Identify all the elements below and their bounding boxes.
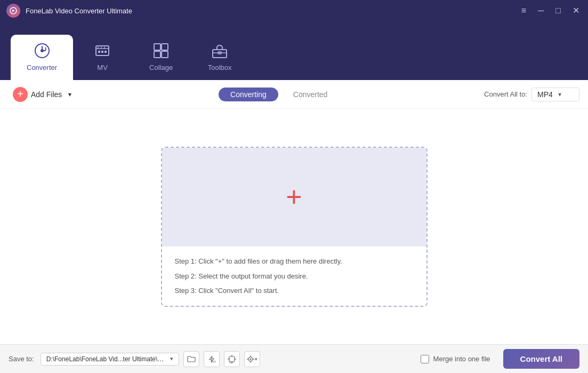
merge-checkbox-group: Merge into one file <box>421 355 490 363</box>
app-logo <box>6 4 20 18</box>
hardware-accel-button[interactable]: OFF <box>204 351 220 367</box>
settings-button[interactable]: OFF <box>224 351 240 367</box>
tab-collage[interactable]: Collage <box>132 35 190 80</box>
svg-rect-13 <box>154 51 160 58</box>
converter-toolbar: + Add Files ▾ Converting Converted Conve… <box>0 80 588 109</box>
drop-zone-top[interactable]: + <box>162 148 426 247</box>
converting-tab[interactable]: Converting <box>219 88 278 101</box>
app-title: FoneLab Video Converter Ultimate <box>26 7 519 15</box>
tab-converter-label: Converter <box>27 64 57 72</box>
tab-navigation: Converter MV Colla <box>0 21 588 80</box>
tab-converter[interactable]: Converter <box>11 35 73 80</box>
instruction-step2: Step 2: Select the output format you des… <box>175 271 414 282</box>
tab-collage-label: Collage <box>149 64 173 72</box>
add-files-label: Add Files <box>31 90 62 99</box>
format-dropdown-arrow: ▾ <box>558 91 561 98</box>
format-selector[interactable]: MP4 ▾ <box>531 88 579 101</box>
tab-toolbox[interactable]: Toolbox <box>190 35 249 80</box>
add-files-button[interactable]: + Add Files <box>9 85 66 104</box>
menu-button[interactable]: ≡ <box>519 5 528 16</box>
toolbox-icon <box>211 42 228 59</box>
merge-checkbox[interactable] <box>421 355 429 363</box>
drop-zone-container: + Step 1: Click "+" to add files or drag… <box>0 109 588 344</box>
add-plus-icon: + <box>13 87 28 102</box>
svg-rect-6 <box>101 51 103 53</box>
save-path-selector[interactable]: D:\FoneLab\FoneLab Vid...ter Ultimate\Co… <box>41 353 179 366</box>
bottom-bar: Save to: D:\FoneLab\FoneLab Vid...ter Ul… <box>0 344 588 373</box>
svg-point-27 <box>250 358 252 360</box>
svg-text:OFF: OFF <box>211 360 216 363</box>
svg-rect-7 <box>104 51 107 53</box>
sub-tab-group: Converting Converted <box>74 88 484 101</box>
add-files-dropdown-button[interactable]: ▾ <box>66 89 74 100</box>
collage-icon <box>152 42 170 59</box>
svg-point-2 <box>41 49 44 52</box>
drop-zone-instructions: Step 1: Click "+" to add files or drag t… <box>162 247 426 306</box>
drop-zone[interactable]: + Step 1: Click "+" to add files or drag… <box>161 147 428 307</box>
svg-text:OFF: OFF <box>229 361 234 364</box>
settings-dropdown-button[interactable]: ▾ <box>244 351 260 367</box>
minimize-button[interactable]: ─ <box>536 5 546 16</box>
svg-rect-11 <box>154 44 160 50</box>
svg-rect-14 <box>162 51 168 58</box>
convert-all-button[interactable]: Convert All <box>503 349 579 369</box>
svg-rect-5 <box>98 51 100 53</box>
drop-zone-plus-icon: + <box>286 183 302 211</box>
converted-tab[interactable]: Converted <box>281 88 340 101</box>
merge-label: Merge into one file <box>433 355 490 363</box>
format-value: MP4 <box>537 90 553 99</box>
open-folder-button[interactable] <box>183 351 199 367</box>
tab-mv-label: MV <box>97 64 108 72</box>
instruction-step3: Step 3: Click "Convert All" to start. <box>175 285 414 296</box>
title-bar: FoneLab Video Converter Ultimate ≡ ─ □ ✕ <box>0 0 588 21</box>
save-path-text: D:\FoneLab\FoneLab Vid...ter Ultimate\Co… <box>46 355 167 363</box>
maximize-button[interactable]: □ <box>553 5 563 16</box>
convert-all-to-group: Convert All to: MP4 ▾ <box>484 88 579 101</box>
save-path-arrow-icon: ▾ <box>170 355 173 362</box>
converter-icon <box>34 42 51 59</box>
tab-toolbox-label: Toolbox <box>208 64 232 72</box>
window-controls: ≡ ─ □ ✕ <box>519 5 582 16</box>
instruction-step1: Step 1: Click "+" to add files or drag t… <box>175 256 414 267</box>
mv-icon <box>94 42 111 59</box>
save-to-label: Save to: <box>9 355 34 363</box>
close-button[interactable]: ✕ <box>570 5 582 16</box>
tab-mv[interactable]: MV <box>73 35 132 80</box>
convert-all-to-label: Convert All to: <box>484 90 527 98</box>
main-content: + Add Files ▾ Converting Converted Conve… <box>0 80 588 344</box>
settings-arrow: ▾ <box>255 356 257 362</box>
svg-rect-12 <box>162 44 168 50</box>
